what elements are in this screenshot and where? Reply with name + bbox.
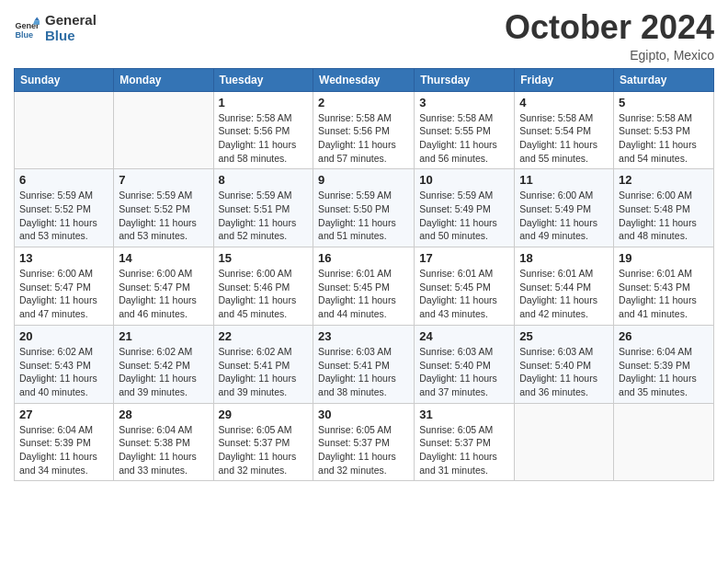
cell-detail: Sunrise: 5:58 AM Sunset: 5:53 PM Dayligh… — [619, 111, 709, 166]
calendar-cell: 11Sunrise: 6:00 AM Sunset: 5:49 PM Dayli… — [515, 169, 614, 247]
cell-detail: Sunrise: 6:02 AM Sunset: 5:41 PM Dayligh… — [219, 345, 309, 399]
day-number: 28 — [119, 408, 208, 421]
weekday-header: Thursday — [415, 68, 515, 91]
cell-detail: Sunrise: 6:00 AM Sunset: 5:47 PM Dayligh… — [119, 267, 208, 321]
day-number: 12 — [619, 173, 709, 187]
weekday-header: Saturday — [614, 68, 714, 91]
calendar-cell: 25Sunrise: 6:03 AM Sunset: 5:40 PM Dayli… — [515, 325, 614, 403]
calendar-cell: 21Sunrise: 6:02 AM Sunset: 5:42 PM Dayli… — [114, 325, 213, 403]
day-number: 5 — [619, 96, 709, 109]
cell-detail: Sunrise: 6:00 AM Sunset: 5:49 PM Dayligh… — [519, 189, 609, 243]
cell-detail: Sunrise: 6:02 AM Sunset: 5:42 PM Dayligh… — [119, 345, 208, 399]
day-number: 3 — [419, 96, 509, 109]
logo-icon: General Blue — [14, 16, 40, 41]
calendar-week-row: 27Sunrise: 6:04 AM Sunset: 5:39 PM Dayli… — [15, 403, 714, 481]
cell-detail: Sunrise: 6:03 AM Sunset: 5:40 PM Dayligh… — [419, 345, 509, 399]
day-number: 22 — [219, 329, 309, 343]
cell-detail: Sunrise: 6:04 AM Sunset: 5:38 PM Dayligh… — [119, 423, 208, 477]
calendar-cell — [15, 91, 114, 169]
day-number: 18 — [519, 251, 609, 265]
cell-detail: Sunrise: 5:58 AM Sunset: 5:54 PM Dayligh… — [519, 111, 609, 166]
calendar-cell: 5Sunrise: 5:58 AM Sunset: 5:53 PM Daylig… — [614, 91, 714, 169]
day-number: 26 — [619, 329, 709, 343]
cell-detail: Sunrise: 5:59 AM Sunset: 5:52 PM Dayligh… — [119, 189, 208, 243]
cell-detail: Sunrise: 5:59 AM Sunset: 5:52 PM Dayligh… — [19, 189, 108, 243]
svg-text:Blue: Blue — [15, 29, 33, 39]
day-number: 8 — [219, 173, 309, 187]
calendar-cell: 9Sunrise: 5:59 AM Sunset: 5:50 PM Daylig… — [313, 169, 415, 247]
location: Egipto, Mexico — [505, 48, 714, 63]
day-number: 4 — [519, 96, 609, 109]
cell-detail: Sunrise: 6:01 AM Sunset: 5:45 PM Dayligh… — [318, 267, 409, 321]
calendar-cell: 22Sunrise: 6:02 AM Sunset: 5:41 PM Dayli… — [213, 325, 313, 403]
cell-detail: Sunrise: 6:05 AM Sunset: 5:37 PM Dayligh… — [219, 423, 309, 477]
cell-detail: Sunrise: 5:58 AM Sunset: 5:56 PM Dayligh… — [318, 111, 409, 166]
calendar-cell: 28Sunrise: 6:04 AM Sunset: 5:38 PM Dayli… — [114, 403, 213, 481]
calendar-cell: 31Sunrise: 6:05 AM Sunset: 5:37 PM Dayli… — [415, 403, 515, 481]
cell-detail: Sunrise: 6:04 AM Sunset: 5:39 PM Dayligh… — [619, 345, 709, 399]
calendar-cell: 12Sunrise: 6:00 AM Sunset: 5:48 PM Dayli… — [614, 169, 714, 247]
cell-detail: Sunrise: 5:59 AM Sunset: 5:49 PM Dayligh… — [419, 189, 509, 243]
calendar-cell — [515, 403, 614, 481]
calendar-cell: 2Sunrise: 5:58 AM Sunset: 5:56 PM Daylig… — [313, 91, 415, 169]
month-title: October 2024 — [505, 9, 714, 46]
calendar-cell: 29Sunrise: 6:05 AM Sunset: 5:37 PM Dayli… — [213, 403, 313, 481]
cell-detail: Sunrise: 5:59 AM Sunset: 5:50 PM Dayligh… — [318, 189, 409, 243]
weekday-header: Monday — [114, 68, 213, 91]
day-number: 13 — [19, 251, 108, 265]
calendar-cell: 4Sunrise: 5:58 AM Sunset: 5:54 PM Daylig… — [515, 91, 614, 169]
calendar-week-row: 6Sunrise: 5:59 AM Sunset: 5:52 PM Daylig… — [15, 169, 714, 247]
cell-detail: Sunrise: 6:03 AM Sunset: 5:41 PM Dayligh… — [318, 345, 409, 399]
day-number: 6 — [19, 173, 108, 187]
day-number: 17 — [419, 251, 509, 265]
cell-detail: Sunrise: 5:58 AM Sunset: 5:56 PM Dayligh… — [219, 111, 309, 166]
day-number: 10 — [419, 173, 509, 187]
day-number: 19 — [619, 251, 709, 265]
day-number: 20 — [19, 329, 108, 343]
day-number: 14 — [119, 251, 208, 265]
calendar-cell: 23Sunrise: 6:03 AM Sunset: 5:41 PM Dayli… — [313, 325, 415, 403]
calendar-table: SundayMondayTuesdayWednesdayThursdayFrid… — [14, 68, 714, 482]
cell-detail: Sunrise: 5:58 AM Sunset: 5:55 PM Dayligh… — [419, 111, 509, 166]
day-number: 15 — [219, 251, 309, 265]
day-number: 2 — [318, 96, 409, 109]
calendar-cell: 17Sunrise: 6:01 AM Sunset: 5:45 PM Dayli… — [415, 247, 515, 326]
cell-detail: Sunrise: 5:59 AM Sunset: 5:51 PM Dayligh… — [219, 189, 309, 243]
day-number: 21 — [119, 329, 208, 343]
calendar-week-row: 13Sunrise: 6:00 AM Sunset: 5:47 PM Dayli… — [15, 247, 714, 326]
logo-general: General — [45, 13, 97, 29]
calendar-cell: 10Sunrise: 5:59 AM Sunset: 5:49 PM Dayli… — [415, 169, 515, 247]
day-number: 23 — [318, 329, 409, 343]
cell-detail: Sunrise: 6:03 AM Sunset: 5:40 PM Dayligh… — [519, 345, 609, 399]
calendar-cell: 14Sunrise: 6:00 AM Sunset: 5:47 PM Dayli… — [114, 247, 213, 326]
cell-detail: Sunrise: 6:02 AM Sunset: 5:43 PM Dayligh… — [19, 345, 108, 399]
calendar-week-row: 1Sunrise: 5:58 AM Sunset: 5:56 PM Daylig… — [15, 91, 714, 169]
day-number: 7 — [119, 173, 208, 187]
day-number: 16 — [318, 251, 409, 265]
cell-detail: Sunrise: 6:04 AM Sunset: 5:39 PM Dayligh… — [19, 423, 108, 477]
cell-detail: Sunrise: 6:01 AM Sunset: 5:45 PM Dayligh… — [419, 267, 509, 321]
cell-detail: Sunrise: 6:01 AM Sunset: 5:44 PM Dayligh… — [519, 267, 609, 321]
day-number: 30 — [318, 408, 409, 421]
weekday-header: Tuesday — [213, 68, 313, 91]
calendar-week-row: 20Sunrise: 6:02 AM Sunset: 5:43 PM Dayli… — [15, 325, 714, 403]
title-block: October 2024 Egipto, Mexico — [505, 9, 714, 63]
calendar-body: 1Sunrise: 5:58 AM Sunset: 5:56 PM Daylig… — [15, 91, 714, 481]
calendar-cell: 3Sunrise: 5:58 AM Sunset: 5:55 PM Daylig… — [415, 91, 515, 169]
cell-detail: Sunrise: 6:01 AM Sunset: 5:43 PM Dayligh… — [619, 267, 709, 321]
cell-detail: Sunrise: 6:00 AM Sunset: 5:46 PM Dayligh… — [219, 267, 309, 321]
calendar-cell: 16Sunrise: 6:01 AM Sunset: 5:45 PM Dayli… — [313, 247, 415, 326]
day-number: 11 — [519, 173, 609, 187]
calendar-cell: 1Sunrise: 5:58 AM Sunset: 5:56 PM Daylig… — [213, 91, 313, 169]
calendar-cell: 24Sunrise: 6:03 AM Sunset: 5:40 PM Dayli… — [415, 325, 515, 403]
calendar-header-row: SundayMondayTuesdayWednesdayThursdayFrid… — [15, 68, 714, 91]
day-number: 9 — [318, 173, 409, 187]
calendar-cell: 15Sunrise: 6:00 AM Sunset: 5:46 PM Dayli… — [213, 247, 313, 326]
calendar-cell: 27Sunrise: 6:04 AM Sunset: 5:39 PM Dayli… — [15, 403, 114, 481]
calendar-cell: 8Sunrise: 5:59 AM Sunset: 5:51 PM Daylig… — [213, 169, 313, 247]
day-number: 1 — [219, 96, 309, 109]
day-number: 31 — [419, 408, 509, 421]
cell-detail: Sunrise: 6:00 AM Sunset: 5:48 PM Dayligh… — [619, 189, 709, 243]
calendar-cell — [114, 91, 213, 169]
calendar-cell: 7Sunrise: 5:59 AM Sunset: 5:52 PM Daylig… — [114, 169, 213, 247]
